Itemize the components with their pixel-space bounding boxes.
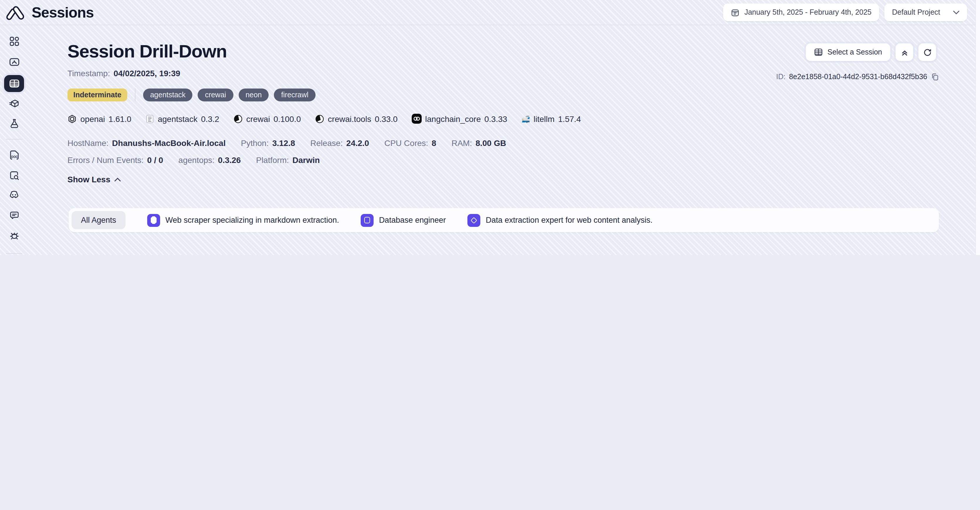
package-icon [8,98,20,109]
ram-label: RAM: [452,138,472,148]
sidebar-item-evals[interactable] [8,117,20,129]
tags-row: Indeterminate agentstack crewai neon fir… [67,89,315,102]
agent-label: Data extraction expert for web content a… [486,216,653,224]
agentops-value: 0.3.26 [218,155,241,165]
id-label: ID: [776,73,786,81]
chevron-up-icon [115,177,121,181]
sidebar-item-sessions-active[interactable] [4,75,24,92]
tag-pill: firecrawl [274,89,315,102]
errors-label: Errors / Num Events: [67,155,144,165]
date-range-label: January 5th, 2025 - February 4th, 2025 [744,8,872,16]
select-session-label: Select a Session [827,48,882,56]
page-scrollbar[interactable] [975,0,980,255]
project-select[interactable]: Default Project [885,3,967,21]
hostname-label: HostName: [67,138,108,148]
agentstack-icon [145,114,154,123]
langchain-icon [412,114,422,124]
agentops-label: agentops: [178,155,214,165]
train-icon: 🚅 [521,115,530,122]
platform-value: Darwin [292,155,320,165]
agentops-logo-icon [6,3,25,22]
top-header: Sessions January 5th, 2025 - February 4t… [0,0,980,25]
table-icon [814,48,823,56]
sidebar-divider [6,253,22,254]
page-title: Sessions [32,4,94,21]
sidebar: DOC [0,26,28,255]
python-label: Python: [241,138,269,148]
package-crewai: crewai0.100.0 [234,114,301,123]
package-agentstack: agentstack0.3.2 [145,114,220,123]
status-badge: Indeterminate [67,89,127,102]
divider [135,89,135,102]
agent-item-data-extraction[interactable]: Data extraction expert for web content a… [468,214,653,227]
timestamp-value: 04/02/2025, 19:39 [113,68,180,78]
tag-pill: neon [239,89,269,102]
sidebar-item-feedback[interactable] [8,209,20,221]
errors-value: 0 / 0 [147,155,163,165]
id-value: 8e2e1858-01a0-44d2-9531-b68d432f5b36 [789,73,927,81]
doc-file-icon: DOC [8,149,20,160]
agent-label: Web scraper specializing in markdown ext… [165,216,339,224]
packages-row: openai1.61.0 agentstack0.3.2 crewai0.100… [67,114,581,124]
sessions-table-icon [8,79,20,89]
sidebar-item-docs[interactable]: DOC [8,149,20,160]
sidebar-item-discord[interactable] [8,189,20,201]
package-openai: openai1.61.0 [67,114,131,123]
crewai-icon [234,114,243,123]
svg-text:DOC: DOC [11,155,17,158]
double-chevron-up-icon [900,48,908,56]
sidebar-item-deploy[interactable] [8,97,20,109]
errors-info-row: Errors / Num Events:0 / 0 agentops:0.3.2… [67,155,320,165]
show-less-toggle[interactable]: Show Less [67,175,121,184]
chat-bubble-icon [8,210,20,221]
sidebar-item-logs[interactable] [8,169,20,181]
select-session-button[interactable]: Select a Session [806,43,890,61]
app-window: Sessions January 5th, 2025 - February 4t… [0,0,980,255]
grid-icon [8,35,20,47]
timestamp-row: Timestamp: 04/02/2025, 19:39 [67,68,180,78]
platform-label: Platform: [256,155,289,165]
ram-value: 8.00 GB [476,138,506,148]
session-controls: Select a Session [806,43,936,61]
tag-pill: agentstack [143,89,192,102]
flask-icon [8,118,20,129]
file-search-icon [8,170,20,181]
hostname-value: Dhanushs-MacBook-Air.local [112,138,226,148]
package-crewai-tools: crewai.tools0.33.0 [315,114,398,123]
release-value: 24.2.0 [346,138,369,148]
agent-avatar-icon [361,214,374,227]
gauge-card-icon [8,56,20,67]
timestamp-label: Timestamp: [67,68,110,78]
discord-icon [8,191,20,200]
show-less-label: Show Less [67,175,110,184]
collapse-button[interactable] [896,43,913,61]
agent-avatar-icon [468,214,480,227]
bug-icon [8,229,20,241]
sidebar-item-overview[interactable] [8,56,20,67]
session-id-row: ID: 8e2e1858-01a0-44d2-9531-b68d432f5b36 [776,73,939,81]
package-litellm: 🚅 litellm1.57.4 [521,114,581,123]
release-label: Release: [310,138,343,148]
cpu-value: 8 [432,138,436,148]
agents-filter-bar: All Agents Web scraper specializing in m… [68,208,939,232]
chevron-down-icon [953,10,959,14]
calendar-icon [731,8,740,17]
refresh-button[interactable] [918,43,936,61]
copy-icon[interactable] [931,73,939,81]
agent-item-database-engineer[interactable]: Database engineer [361,214,446,227]
session-title: Session Drill-Down [67,41,227,62]
host-info-row: HostName:Dhanushs-MacBook-Air.local Pyth… [67,138,506,148]
package-langchain: langchain_core0.3.33 [412,114,507,124]
agent-item-web-scraper[interactable]: Web scraper specializing in markdown ext… [147,214,339,227]
date-range-picker[interactable]: January 5th, 2025 - February 4th, 2025 [723,3,879,21]
python-value: 3.12.8 [272,138,295,148]
tag-pill: crewai [198,89,233,102]
sidebar-item-bug[interactable] [8,229,20,241]
agent-avatar-icon [147,214,160,227]
project-label: Default Project [892,8,940,16]
all-agents-button[interactable]: All Agents [72,211,126,229]
crewai-tools-icon [315,114,325,123]
openai-icon [67,114,77,123]
agent-label: Database engineer [379,216,446,224]
sidebar-item-dashboard[interactable] [8,35,20,47]
